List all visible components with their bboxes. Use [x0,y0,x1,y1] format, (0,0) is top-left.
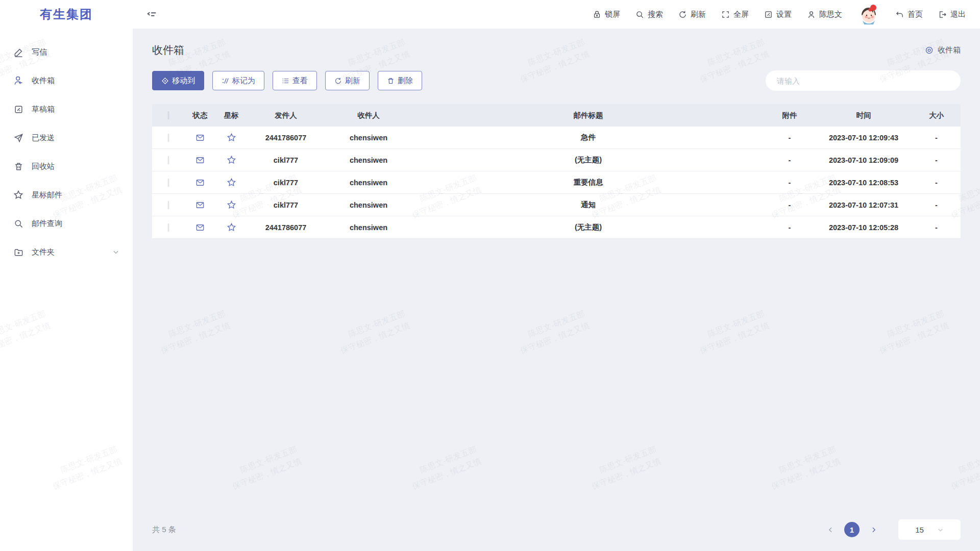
app-window: 有生集团 写信 收件箱 草稿箱 [0,0,980,551]
unread-mail-icon[interactable] [195,201,205,210]
chevron-right-icon [870,527,877,533]
refresh-list-button[interactable]: 刷新 [325,71,370,90]
trash-icon [13,161,23,171]
star-toggle-icon[interactable] [227,178,236,187]
page-size-value: 15 [915,525,924,534]
list-view-icon [282,77,289,85]
cell-attachment: - [764,156,815,164]
sidebar-item-compose[interactable]: 写信 [0,38,133,66]
sidebar-nav: 写信 收件箱 草稿箱 已发送 [0,29,133,266]
row-checkbox[interactable] [168,134,169,142]
unread-mail-icon[interactable] [195,133,205,142]
cell-sender: cikl777 [247,201,325,209]
star-toggle-icon[interactable] [227,222,236,232]
sidebar-item-label: 星标邮件 [32,190,62,200]
sidebar-item-label: 邮件查询 [32,219,62,229]
user-icon [807,10,816,19]
view-button[interactable]: 查看 [273,71,317,90]
refresh-icon [678,10,687,19]
row-checkbox[interactable] [168,179,169,187]
unread-mail-icon[interactable] [195,178,205,187]
cell-size: - [912,223,961,232]
star-toggle-icon[interactable] [227,200,236,210]
cell-size: - [912,156,961,164]
sidebar-item-folders[interactable]: 文件夹 [0,238,133,266]
settings-button[interactable]: 设置 [764,10,792,19]
cell-time: 2023-07-10 12:05:28 [815,223,912,232]
cell-size: - [912,201,961,209]
col-size: 大小 [912,111,961,120]
refresh-button[interactable]: 刷新 [678,10,706,19]
lock-screen-button[interactable]: 锁屏 [593,10,620,19]
select-all-checkbox[interactable] [168,111,169,119]
table-row[interactable]: cikl777 chensiwen 通知 - 2023-07-10 12:07:… [152,194,961,216]
cell-subject: (无主题) [412,222,764,232]
prev-page-button[interactable] [824,523,837,536]
row-checkbox[interactable] [168,201,169,209]
topbar: 锁屏 搜索 刷新 全屏 设置 [133,0,980,29]
cell-attachment: - [764,134,815,142]
settings-icon [764,10,773,19]
logout-button[interactable]: 退出 [938,10,966,19]
search-input[interactable] [766,70,961,91]
mail-table: 状态 星标 发件人 收件人 邮件标题 附件 时间 大小 2441786077 c… [152,104,961,239]
col-sender: 发件人 [247,111,325,120]
total-count: 共 5 条 [152,525,176,535]
table-row[interactable]: cikl777 chensiwen 重要信息 - 2023-07-10 12:0… [152,171,961,194]
star-toggle-icon[interactable] [227,155,236,165]
cell-sender: 2441786077 [247,223,325,232]
col-recipient: 收件人 [325,111,412,120]
compose-icon [13,47,23,57]
cell-subject: (无主题) [412,155,764,165]
sidebar-item-drafts[interactable]: 草稿箱 [0,95,133,123]
brand-logo: 有生集团 [0,0,133,29]
cell-time: 2023-07-10 12:09:43 [815,134,912,142]
sidebar-collapse-icon[interactable] [146,9,157,20]
user-avatar[interactable] [857,3,880,26]
current-page-button[interactable]: 1 [844,522,860,537]
lock-icon [593,10,601,19]
sidebar-item-sent[interactable]: 已发送 [0,123,133,152]
user-menu[interactable]: 陈思文 [807,10,842,19]
sidebar-item-starred[interactable]: 星标邮件 [0,181,133,209]
mark-as-icon [222,77,229,85]
unread-mail-icon[interactable] [195,156,205,165]
move-to-icon [161,77,169,85]
table-row[interactable]: 2441786077 chensiwen 急件 - 2023-07-10 12:… [152,127,961,149]
fullscreen-button[interactable]: 全屏 [721,10,749,19]
row-checkbox[interactable] [168,223,169,232]
inbox-icon [13,76,23,86]
home-button[interactable]: 首页 [895,10,923,19]
sidebar-item-label: 文件夹 [32,247,55,257]
table-row[interactable]: 2441786077 chensiwen (无主题) - 2023-07-10 … [152,216,961,239]
sidebar-item-inbox[interactable]: 收件箱 [0,66,133,95]
next-page-button[interactable] [867,523,880,536]
search-icon [635,10,644,19]
cell-subject: 通知 [412,200,764,210]
pagination: 1 15 [824,519,961,540]
table-footer: 共 5 条 1 15 [152,512,961,540]
main-area: 锁屏 搜索 刷新 全屏 设置 [133,0,980,551]
fullscreen-icon [721,10,730,19]
sidebar-item-mail-search[interactable]: 邮件查询 [0,209,133,238]
table-header: 状态 星标 发件人 收件人 邮件标题 附件 时间 大小 [152,104,961,127]
cell-subject: 急件 [412,133,764,142]
delete-button[interactable]: 删除 [378,71,422,90]
col-star: 星标 [215,111,247,120]
star-icon [13,190,23,200]
cell-attachment: - [764,179,815,187]
table-row[interactable]: cikl777 chensiwen (无主题) - 2023-07-10 12:… [152,149,961,171]
search-button[interactable]: 搜索 [635,10,663,19]
mark-as-button[interactable]: 标记为 [212,71,264,90]
move-to-button[interactable]: 移动到 [152,71,204,90]
toolbar: 移动到 标记为 查看 [152,70,961,91]
folder-plus-icon [13,247,23,257]
topbar-actions: 锁屏 搜索 刷新 全屏 设置 [593,3,966,26]
page-size-select[interactable]: 15 [898,519,961,540]
star-toggle-icon[interactable] [227,133,236,142]
chevron-left-icon [827,527,834,533]
cell-sender: cikl777 [247,156,325,164]
sidebar-item-trash[interactable]: 回收站 [0,152,133,181]
unread-mail-icon[interactable] [195,223,205,232]
row-checkbox[interactable] [168,156,169,164]
